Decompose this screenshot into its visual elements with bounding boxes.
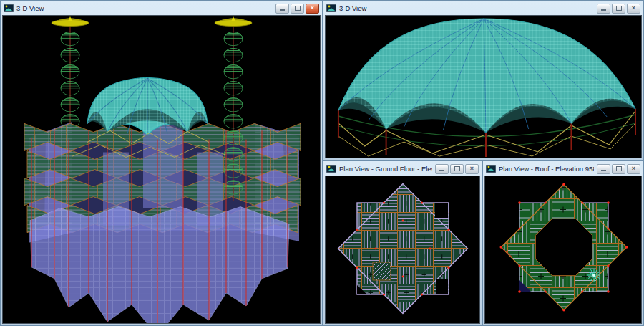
window-title: 3-D View: [16, 4, 273, 12]
close-button[interactable]: ×: [306, 4, 319, 14]
roof-opening-octagon: [535, 219, 592, 275]
window-plan-roof: Plan View - Roof - Elevation 958.82 ×: [482, 160, 644, 326]
minimize-button[interactable]: [275, 4, 289, 14]
dome-close-render: [338, 19, 635, 133]
titlebar-main-3d[interactable]: 3-D View ×: [2, 2, 321, 15]
view-thumbnail-icon: [326, 165, 336, 173]
viewport-dome-3d[interactable]: [325, 15, 642, 158]
close-button[interactable]: ×: [627, 4, 640, 14]
render-plan-ground: [326, 176, 479, 323]
view-thumbnail-icon: [4, 4, 14, 12]
viewport-main-3d[interactable]: [2, 15, 321, 324]
minimize-button[interactable]: [597, 164, 610, 174]
minimize-button[interactable]: [597, 4, 610, 14]
minaret-left: [52, 16, 89, 128]
ground-floor-plan: [338, 184, 468, 314]
dome-render: [87, 77, 208, 135]
titlebar-plan-ground[interactable]: Plan View - Ground Floor - Elevation 948…: [325, 163, 480, 176]
restore-button[interactable]: [612, 164, 625, 174]
mdi-workspace: 3-D View ×: [0, 0, 644, 326]
close-button[interactable]: ×: [465, 164, 479, 174]
viewport-plan-roof[interactable]: [484, 176, 642, 324]
window-title: 3-D View: [339, 4, 594, 12]
close-button[interactable]: ×: [627, 164, 640, 174]
window-3d-view-main: 3-D View ×: [0, 0, 323, 326]
view-thumbnail-icon: [326, 4, 336, 12]
view-thumbnail-icon: [486, 165, 496, 173]
titlebar-plan-roof[interactable]: Plan View - Roof - Elevation 958.82 ×: [484, 163, 642, 176]
titlebar-dome-3d[interactable]: 3-D View ×: [325, 2, 642, 15]
render-dome-3d: [326, 16, 641, 158]
restore-button[interactable]: [291, 4, 304, 14]
restore-button[interactable]: [612, 4, 625, 14]
viewport-plan-ground[interactable]: [325, 176, 480, 324]
window-plan-ground: Plan View - Ground Floor - Elevation 948…: [323, 160, 482, 326]
window-title: Plan View - Ground Floor - Elevation 948…: [339, 165, 432, 173]
roof-plan: [500, 183, 628, 312]
window-title: Plan View - Roof - Elevation 958.82: [499, 165, 594, 173]
render-main-3d: [3, 16, 320, 323]
window-3d-view-dome: 3-D View ×: [323, 0, 644, 160]
minimize-button[interactable]: [435, 164, 449, 174]
render-plan-roof: [485, 176, 641, 323]
restore-button[interactable]: [450, 164, 464, 174]
